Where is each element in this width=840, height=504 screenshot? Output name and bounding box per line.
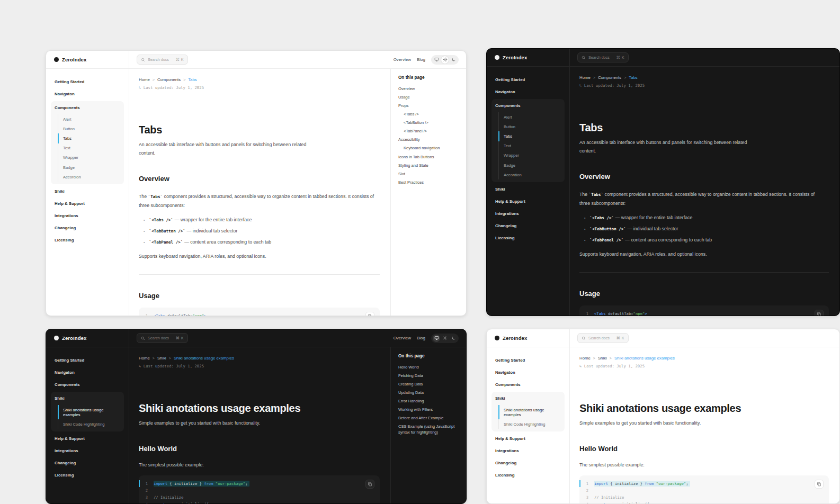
toc-item[interactable]: <TabPanel /> bbox=[398, 129, 461, 134]
sidebar-item[interactable]: Getting Started bbox=[51, 354, 124, 366]
sidebar-item[interactable]: Navigaton bbox=[492, 366, 565, 379]
search-input[interactable]: Search docs ⌘ K bbox=[137, 333, 188, 343]
sidebar-item[interactable]: Integrations bbox=[51, 210, 124, 222]
copy-button[interactable] bbox=[365, 312, 374, 316]
sidebar-subitem[interactable]: Shiki Code Highlighting bbox=[58, 419, 124, 429]
sidebar-item[interactable]: Components bbox=[492, 379, 565, 391]
sidebar-subitem[interactable]: Text bbox=[498, 141, 565, 151]
sidebar-item[interactable]: Shiki bbox=[51, 185, 124, 197]
brand[interactable]: ZeroIndex bbox=[46, 51, 129, 68]
breadcrumb-link[interactable]: Home bbox=[579, 75, 591, 80]
toc-item[interactable]: Creating Data bbox=[398, 382, 461, 388]
toc-item[interactable]: Updating Data bbox=[398, 390, 461, 396]
toc-item[interactable]: Error Handling bbox=[398, 399, 461, 404]
toc-item[interactable]: Hello World bbox=[398, 365, 461, 371]
sidebar-subitem[interactable]: Badge bbox=[58, 163, 124, 172]
breadcrumb-link[interactable]: Home bbox=[139, 77, 150, 82]
toc-item[interactable]: CSS Example (using JavaScript syntax for… bbox=[398, 424, 461, 436]
sidebar-subitem[interactable]: Button bbox=[58, 124, 124, 133]
sidebar-subitem[interactable]: Shiki anotations usage examples bbox=[498, 405, 565, 419]
toc-item[interactable]: Styling and State bbox=[398, 163, 461, 169]
sidebar-subitem[interactable]: Tabs bbox=[498, 131, 565, 141]
brand[interactable]: ZeroIndex bbox=[487, 49, 570, 66]
toc-item[interactable]: Best Practices bbox=[398, 180, 461, 186]
sidebar-item[interactable]: Changelog bbox=[51, 457, 124, 469]
toc-item[interactable]: <Tabs /> bbox=[398, 112, 461, 118]
search-input[interactable]: Search docs ⌘ K bbox=[577, 333, 629, 343]
theme-light-button[interactable] bbox=[441, 335, 449, 342]
sidebar-subitem[interactable]: Alert bbox=[58, 114, 124, 124]
sidebar-item[interactable]: Licensing bbox=[51, 234, 124, 246]
sidebar-item[interactable]: Help & Support bbox=[51, 197, 124, 210]
toc-item[interactable]: Keyboard navigation bbox=[398, 146, 461, 151]
brand[interactable]: ZeroIndex bbox=[487, 329, 570, 347]
breadcrumb-link[interactable]: Shiki bbox=[157, 356, 166, 361]
toc-item[interactable]: Usage bbox=[398, 95, 461, 101]
theme-light-button[interactable] bbox=[441, 56, 449, 64]
sidebar-item[interactable]: Integrations bbox=[492, 208, 565, 220]
sidebar-item[interactable]: Help & Support bbox=[492, 195, 565, 208]
sidebar-item[interactable]: Integrations bbox=[51, 445, 124, 457]
sidebar-item[interactable]: Changelog bbox=[51, 222, 124, 234]
sidebar-item[interactable]: Licensing bbox=[51, 469, 124, 481]
sidebar-item[interactable]: Shiki bbox=[492, 183, 565, 195]
copy-button[interactable] bbox=[815, 310, 824, 316]
nav-link-overview[interactable]: Overview bbox=[394, 336, 411, 340]
sidebar-group-label[interactable]: Shiki bbox=[51, 392, 124, 404]
sidebar-subitem[interactable]: Shiki anotations usage examples bbox=[58, 405, 124, 419]
sidebar-subitem[interactable]: Alert bbox=[498, 112, 565, 122]
sidebar-item[interactable]: Help & Support bbox=[492, 433, 565, 445]
sidebar-subitem[interactable]: Badge bbox=[498, 160, 565, 170]
toc-item[interactable]: <TabButton /> bbox=[398, 120, 461, 126]
sidebar-subitem[interactable]: Text bbox=[58, 143, 124, 153]
sidebar-subitem[interactable]: Button bbox=[498, 122, 565, 131]
nav-link-blog[interactable]: Blog bbox=[417, 336, 425, 340]
toc-item[interactable]: Accessibility bbox=[398, 137, 461, 143]
sidebar-group-label[interactable]: Components bbox=[492, 100, 565, 112]
theme-dark-button[interactable] bbox=[450, 56, 457, 64]
sidebar-item[interactable]: Changelog bbox=[492, 220, 565, 232]
toc-item[interactable]: Fetching Data bbox=[398, 373, 461, 379]
sidebar-item[interactable]: Getting Started bbox=[51, 76, 124, 88]
sidebar-item[interactable]: Navigaton bbox=[51, 88, 124, 100]
sidebar-item[interactable]: Integrations bbox=[492, 445, 565, 457]
search-input[interactable]: Search docs ⌘ K bbox=[137, 55, 188, 65]
breadcrumb-link[interactable]: Shiki bbox=[598, 356, 607, 361]
sidebar-item[interactable]: Components bbox=[51, 379, 124, 391]
sidebar-group-label[interactable]: Shiki bbox=[492, 392, 565, 404]
breadcrumb-link[interactable]: Components bbox=[157, 77, 181, 82]
search-input[interactable]: Search docs ⌘ K bbox=[577, 52, 629, 62]
theme-system-button[interactable] bbox=[433, 335, 440, 342]
sidebar-subitem[interactable]: Tabs bbox=[58, 133, 124, 143]
toc-item[interactable]: Working with Filters bbox=[398, 407, 461, 413]
sidebar-subitem[interactable]: Wrapper bbox=[498, 151, 565, 160]
sidebar-subitem[interactable]: Wrapper bbox=[58, 153, 124, 163]
sidebar-item[interactable]: Licensing bbox=[492, 232, 565, 244]
brand[interactable]: ZeroIndex bbox=[46, 329, 129, 347]
theme-dark-button[interactable] bbox=[450, 335, 457, 342]
copy-button[interactable] bbox=[365, 480, 374, 489]
breadcrumb-link[interactable]: Home bbox=[579, 356, 591, 361]
toc-item[interactable]: Slot bbox=[398, 172, 461, 177]
breadcrumb-link[interactable]: Home bbox=[139, 356, 150, 361]
sidebar-subitem[interactable]: Shiki Code Highlighting bbox=[498, 419, 565, 429]
toc-item[interactable]: Props bbox=[398, 103, 461, 109]
sidebar-item[interactable]: Licensing bbox=[492, 469, 565, 481]
sidebar-subitem[interactable]: Accordion bbox=[498, 170, 565, 179]
sidebar-subitem[interactable]: Accordion bbox=[58, 172, 124, 182]
copy-button[interactable] bbox=[815, 480, 824, 489]
sidebar-group-label[interactable]: Components bbox=[51, 102, 124, 114]
sidebar-item[interactable]: Changelog bbox=[492, 457, 565, 469]
breadcrumb-link[interactable]: Components bbox=[598, 75, 621, 80]
sidebar-item[interactable]: Navigaton bbox=[492, 86, 565, 98]
sidebar-item[interactable]: Navigaton bbox=[51, 366, 124, 379]
sidebar-item[interactable]: Help & Support bbox=[51, 433, 124, 445]
toc-item[interactable]: Icons in Tab Buttons bbox=[398, 155, 461, 160]
sidebar-item[interactable]: Getting Started bbox=[492, 74, 565, 86]
theme-system-button[interactable] bbox=[433, 56, 440, 64]
sidebar-item[interactable]: Getting Started bbox=[492, 354, 565, 366]
nav-link-blog[interactable]: Blog bbox=[417, 57, 425, 62]
toc-item[interactable]: Before and After Example bbox=[398, 416, 461, 421]
toc-item[interactable]: Overview bbox=[398, 86, 461, 92]
nav-link-overview[interactable]: Overview bbox=[394, 57, 411, 62]
